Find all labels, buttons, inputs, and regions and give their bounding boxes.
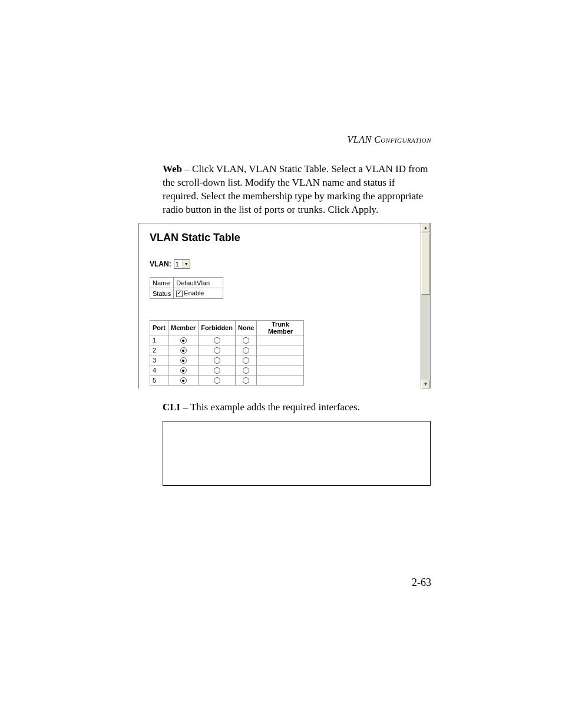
- trunk-member-cell: [257, 365, 304, 375]
- port-cell: 1: [150, 335, 168, 345]
- member-radio[interactable]: [180, 377, 187, 384]
- none-cell: [235, 335, 257, 345]
- name-status-table: Name DefaultVlan Status Enable: [150, 277, 223, 299]
- cli-example-box: [163, 421, 431, 486]
- none-radio[interactable]: [243, 347, 249, 354]
- web-instructions: Web – Click VLAN, VLAN Static Table. Sel…: [163, 163, 431, 217]
- web-label: Web: [163, 163, 182, 174]
- forbidden-radio[interactable]: [214, 367, 220, 374]
- table-row: 1: [150, 335, 304, 345]
- forbidden-radio[interactable]: [214, 347, 220, 354]
- none-cell: [235, 345, 257, 355]
- forbidden-cell: [199, 355, 236, 365]
- status-cell: Enable: [174, 288, 223, 299]
- member-radio[interactable]: [180, 357, 187, 364]
- none-radio[interactable]: [243, 357, 249, 364]
- vlan-label: VLAN:: [150, 260, 171, 268]
- web-text: – Click VLAN, VLAN Static Table. Select …: [163, 163, 428, 215]
- member-cell: [168, 335, 199, 345]
- table-row: 3: [150, 355, 304, 365]
- forbidden-cell: [199, 345, 236, 355]
- vlan-select-value: 1: [176, 261, 179, 268]
- port-header-row: Port Member Forbidden None Trunk Member: [150, 321, 304, 335]
- forbidden-cell: [199, 375, 236, 386]
- trunk-member-cell: [257, 355, 304, 365]
- trunk-member-cell: [257, 335, 304, 345]
- member-cell: [168, 345, 199, 355]
- port-cell: 4: [150, 365, 168, 375]
- none-cell: [235, 365, 257, 375]
- port-cell: 5: [150, 375, 168, 386]
- page-number: 2-63: [412, 577, 431, 589]
- scroll-up-button[interactable]: ▲: [421, 223, 430, 232]
- forbidden-cell: [199, 365, 236, 375]
- status-checkbox-label: Enable: [184, 289, 204, 297]
- port-cell: 2: [150, 345, 168, 355]
- cli-text: – This example adds the required interfa…: [180, 401, 360, 413]
- header-trunk-member: Trunk Member: [257, 321, 304, 335]
- name-row: Name DefaultVlan: [150, 278, 223, 288]
- trunk-member-cell: [257, 345, 304, 355]
- header-port: Port: [150, 321, 168, 335]
- none-radio[interactable]: [243, 377, 249, 384]
- member-radio[interactable]: [180, 367, 187, 374]
- header-member: Member: [168, 321, 199, 335]
- table-row: 2: [150, 345, 304, 355]
- name-input[interactable]: DefaultVlan: [174, 278, 223, 288]
- table-row: 5: [150, 375, 304, 386]
- member-radio[interactable]: [180, 337, 187, 344]
- none-cell: [235, 375, 257, 386]
- none-radio[interactable]: [243, 367, 249, 374]
- none-cell: [235, 355, 257, 365]
- status-checkbox[interactable]: [176, 291, 183, 297]
- scroll-down-button[interactable]: ▼: [421, 380, 430, 388]
- member-cell: [168, 375, 199, 386]
- member-cell: [168, 355, 199, 365]
- table-row: 4: [150, 365, 304, 375]
- scrollbar[interactable]: ▲ ▼: [421, 223, 431, 388]
- port-cell: 3: [150, 355, 168, 365]
- header-forbidden: Forbidden: [199, 321, 236, 335]
- forbidden-radio[interactable]: [214, 357, 220, 364]
- forbidden-radio[interactable]: [214, 337, 220, 344]
- section-header: VLAN Configuration: [348, 134, 431, 145]
- panel-title: VLAN Static Table: [150, 232, 419, 244]
- name-label: Name: [150, 278, 174, 288]
- none-radio[interactable]: [243, 337, 249, 344]
- header-none: None: [235, 321, 257, 335]
- status-row: Status Enable: [150, 288, 223, 299]
- status-label: Status: [150, 288, 174, 299]
- scroll-thumb[interactable]: [421, 233, 430, 295]
- vlan-select[interactable]: 1 ▼: [174, 259, 190, 269]
- member-radio[interactable]: [180, 347, 187, 354]
- cli-label: CLI: [163, 401, 180, 413]
- forbidden-cell: [199, 335, 236, 345]
- member-cell: [168, 365, 199, 375]
- forbidden-radio[interactable]: [214, 377, 220, 384]
- port-table: Port Member Forbidden None Trunk Member …: [150, 320, 304, 386]
- screenshot-frame: VLAN Static Table VLAN: 1 ▼ Name Default…: [138, 223, 431, 388]
- trunk-member-cell: [257, 375, 304, 386]
- chevron-down-icon: ▼: [183, 260, 190, 268]
- cli-instructions: CLI – This example adds the required int…: [163, 401, 431, 414]
